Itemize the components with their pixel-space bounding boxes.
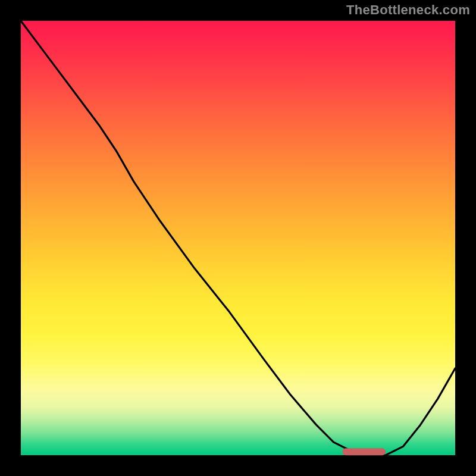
chart-overlay <box>21 21 455 455</box>
plot-area <box>21 21 455 455</box>
optimal-zone-marker <box>342 448 386 455</box>
bottleneck-curve <box>21 21 455 455</box>
chart-container: TheBottleneck.com <box>0 0 476 476</box>
watermark-text: TheBottleneck.com <box>346 2 470 18</box>
